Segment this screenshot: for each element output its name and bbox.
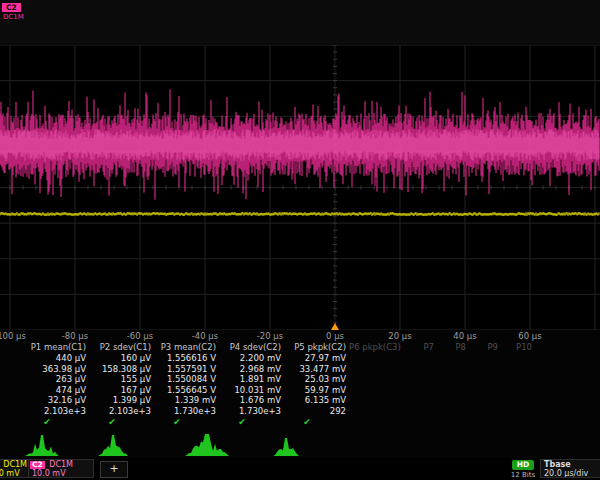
histicon[interactable] [98,435,128,456]
measure-header: P1 mean(C1) [24,342,86,353]
bottom-bar: C1 DC1M 10.0 mV C2 DC1M 10.0 mV + HD 12 … [0,458,600,480]
trace-badge-c2[interactable]: C2 [2,3,21,12]
measure-header-inactive[interactable]: P10 [500,342,532,353]
tbase-scale-label: 20.0 µs/div [541,469,600,478]
c1-trace [0,212,599,216]
measure-value: 27.97 mV [284,353,346,364]
measure-value: 1.730e+3 [154,406,216,417]
hd-bits-label: 12 Bits [504,471,542,479]
measure-status-check-icon: ✔ [219,416,281,427]
measure-value: 1.730e+3 [219,406,281,417]
measure-value: 1.676 mV [219,395,281,406]
measure-value: 2.103e+3 [24,406,86,417]
histicon[interactable] [273,438,299,456]
measure-value: 1.556645 V [154,385,216,396]
measure-value: 440 µV [24,353,86,364]
measure-value: 363.98 µV [24,364,86,375]
histicon[interactable] [185,434,229,456]
measure-value: 25.03 mV [284,374,346,385]
graticule[interactable] [0,45,600,330]
measure-column-p4[interactable]: P4 sdev(C2)2.200 mV2.968 mV1.891 mV10.03… [219,342,281,427]
add-trace-button[interactable]: + [100,461,128,478]
measure-value: 160 µV [89,353,151,364]
measure-value: 1.399 µV [89,395,151,406]
measure-value: 10.031 mV [219,385,281,396]
measure-header-inactive[interactable]: P9 [468,342,498,353]
measure-header: P2 sdev(C1) [89,342,151,353]
measure-column-p5[interactable]: P5 pkpk(C2)27.97 mV33.477 mV25.03 mV59.9… [284,342,346,427]
measure-value: 158.308 µV [89,364,151,375]
measure-status-check-icon: ✔ [154,416,216,427]
waveform-display [0,45,600,330]
measure-value: 1.891 mV [219,374,281,385]
measure-status-check-icon: ✔ [89,416,151,427]
measure-value: 1.556616 V [154,353,216,364]
measurement-histicons[interactable] [0,430,600,458]
time-axis-label: -60 µs [127,331,153,341]
measure-value: 155 µV [89,374,151,385]
c2-coupling-label: DC1M [49,460,73,469]
measure-value: 32.16 µV [24,395,86,406]
time-axis-label: 40 µs [453,331,476,341]
channel-descriptor-c2[interactable]: C2 DC1M 10.0 mV [28,459,94,478]
measure-header: P4 sdev(C2) [219,342,281,353]
measure-value: 2.103e+3 [89,406,151,417]
c1-coupling-label: DC1M [3,460,27,469]
time-axis-label: -40 µs [192,331,218,341]
measure-column-p3[interactable]: P3 mean(C2)1.556616 V1.557591 V1.550084 … [154,342,216,427]
measure-value: 1.557591 V [154,364,216,375]
measure-header-inactive[interactable]: P7 [404,342,434,353]
trace-badge-sub-label: DC1M [3,13,24,21]
time-axis-label: 0 µs [326,331,344,341]
time-axis-label: -80 µs [62,331,88,341]
measure-header-inactive[interactable]: P8 [436,342,466,353]
c2-tab: C2 [30,461,45,469]
trigger-position-marker[interactable] [331,323,339,330]
c2-scale-label: 10.0 mV [29,469,93,478]
time-axis-label: -20 µs [257,331,283,341]
measure-value: 33.477 mV [284,364,346,375]
time-axis-label: 60 µs [518,331,541,341]
measure-value: 292 [284,406,346,417]
measure-column-p2[interactable]: P2 sdev(C1)160 µV158.308 µV155 µV167 µV1… [89,342,151,427]
time-axis-label: 20 µs [388,331,411,341]
measure-value: 1.339 mV [154,395,216,406]
measure-value: 2.200 mV [219,353,281,364]
measurement-table[interactable]: P1 mean(C1)440 µV363.98 µV263 µV474 µV32… [0,342,600,430]
time-axis-label: -100 µs [0,331,26,341]
measure-header: P5 pkpk(C2) [284,342,346,353]
measure-status-check-icon: ✔ [24,416,86,427]
measure-column-p1[interactable]: P1 mean(C1)440 µV363.98 µV263 µV474 µV32… [24,342,86,427]
measure-value: 474 µV [24,385,86,396]
measure-value: 263 µV [24,374,86,385]
top-bar: C2 DC1M [0,0,600,45]
measure-value: 59.97 mV [284,385,346,396]
histicon[interactable] [25,435,59,456]
measure-value: 2.968 mV [219,364,281,375]
hd-badge: HD [512,460,534,470]
measure-value: 6.135 mV [284,395,346,406]
measure-value: 1.550084 V [154,374,216,385]
measure-value: 167 µV [89,385,151,396]
measure-header: P3 mean(C2) [154,342,216,353]
time-axis: -100 µs-80 µs-60 µs-40 µs-20 µs0 µs20 µs… [0,330,600,342]
tbase-label: Tbase [541,460,600,469]
measure-status-check-icon: ✔ [284,416,346,427]
timebase-descriptor[interactable]: Tbase 20.0 µs/div [540,459,600,478]
oscilloscope-screen: C2 DC1M -100 µs-80 µs-60 µs-40 µs-20 µs0… [0,0,600,480]
